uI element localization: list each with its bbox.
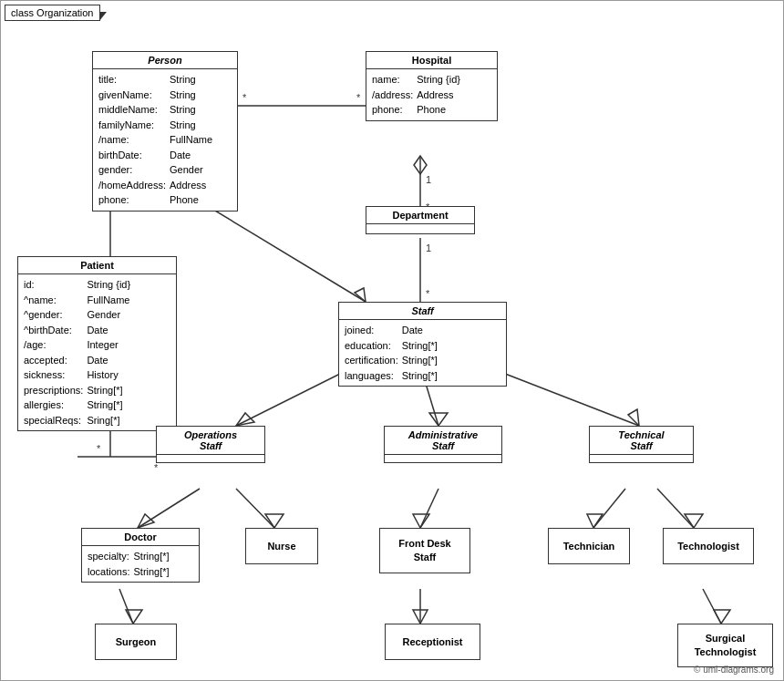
svg-marker-31 <box>587 514 603 528</box>
svg-marker-19 <box>236 413 254 426</box>
nurse-label: Nurse <box>267 541 295 552</box>
svg-line-22 <box>484 366 639 426</box>
frame-label: class Organization <box>5 5 100 21</box>
administrative-staff-header: Administrative Staff <box>385 427 501 455</box>
operations-staff-class: Operations Staff <box>156 426 265 463</box>
doctor-header: Doctor <box>82 529 199 546</box>
svg-line-28 <box>420 489 438 528</box>
front-desk-staff-class: Front Desk Staff <box>379 528 470 573</box>
person-class: Person title:String givenName:String mid… <box>92 51 238 212</box>
svg-marker-35 <box>126 610 142 624</box>
patient-class: Patient id:String {id} ^name:FullName ^g… <box>17 256 177 431</box>
svg-text:*: * <box>426 288 430 299</box>
copyright: © uml-diagrams.org <box>694 665 774 675</box>
svg-marker-29 <box>413 514 429 528</box>
svg-text:*: * <box>97 443 101 454</box>
doctor-class: Doctor specialty:String[*] locations:Str… <box>81 528 200 583</box>
svg-line-12 <box>192 197 366 302</box>
department-header: Department <box>366 207 474 224</box>
svg-text:*: * <box>154 462 159 473</box>
svg-line-30 <box>593 489 625 528</box>
surgical-technologist-class: Surgical Technologist <box>677 624 773 667</box>
person-body: title:String givenName:String middleName… <box>93 69 237 211</box>
svg-line-34 <box>119 589 133 624</box>
svg-text:1: 1 <box>426 242 431 253</box>
svg-marker-25 <box>138 514 154 528</box>
svg-text:*: * <box>356 92 361 103</box>
svg-marker-37 <box>413 610 428 624</box>
svg-marker-23 <box>628 409 639 426</box>
surgeon-label: Surgeon <box>116 636 157 647</box>
hospital-header: Hospital <box>366 52 497 69</box>
svg-line-24 <box>138 489 200 528</box>
svg-marker-33 <box>685 514 703 528</box>
svg-marker-13 <box>355 288 366 302</box>
department-class: Department <box>366 206 475 234</box>
patient-header: Patient <box>18 257 176 274</box>
svg-line-32 <box>657 489 694 528</box>
doctor-body: specialty:String[*] locations:String[*] <box>82 546 199 582</box>
person-header: Person <box>93 52 237 69</box>
svg-marker-27 <box>265 514 284 528</box>
svg-text:*: * <box>242 92 247 103</box>
staff-header: Staff <box>339 303 506 320</box>
technician-label: Technician <box>563 541 615 552</box>
diagram-container: class Organization * * 1 * 1 * * * <box>0 0 784 681</box>
hospital-body: name:String {id} /address:Address phone:… <box>366 69 497 120</box>
department-body <box>366 224 474 233</box>
svg-text:1: 1 <box>426 174 431 185</box>
receptionist-label: Receptionist <box>402 636 462 647</box>
surgical-technologist-label: Surgical Technologist <box>695 632 757 660</box>
svg-marker-21 <box>429 413 448 426</box>
svg-marker-4 <box>414 156 427 174</box>
technologist-label: Technologist <box>677 541 739 552</box>
technical-staff-body <box>590 455 693 462</box>
administrative-staff-body <box>385 455 501 462</box>
administrative-staff-class: Administrative Staff <box>384 426 502 463</box>
operations-staff-header: Operations Staff <box>157 427 264 455</box>
nurse-class: Nurse <box>245 528 318 564</box>
receptionist-class: Receptionist <box>385 624 480 660</box>
patient-body: id:String {id} ^name:FullName ^gender:Ge… <box>18 274 176 430</box>
svg-line-38 <box>703 589 721 624</box>
staff-class: Staff joined:Date education:String[*] ce… <box>338 302 507 387</box>
staff-body: joined:Date education:String[*] certific… <box>339 320 506 386</box>
front-desk-label: Front Desk Staff <box>398 537 450 565</box>
operations-staff-body <box>157 455 264 462</box>
technologist-class: Technologist <box>663 528 754 564</box>
technical-staff-class: Technical Staff <box>589 426 694 463</box>
svg-marker-39 <box>714 610 730 624</box>
svg-line-26 <box>236 489 274 528</box>
hospital-class: Hospital name:String {id} /address:Addre… <box>366 51 498 121</box>
technician-class: Technician <box>548 528 630 564</box>
technical-staff-header: Technical Staff <box>590 427 693 455</box>
surgeon-class: Surgeon <box>95 624 177 660</box>
